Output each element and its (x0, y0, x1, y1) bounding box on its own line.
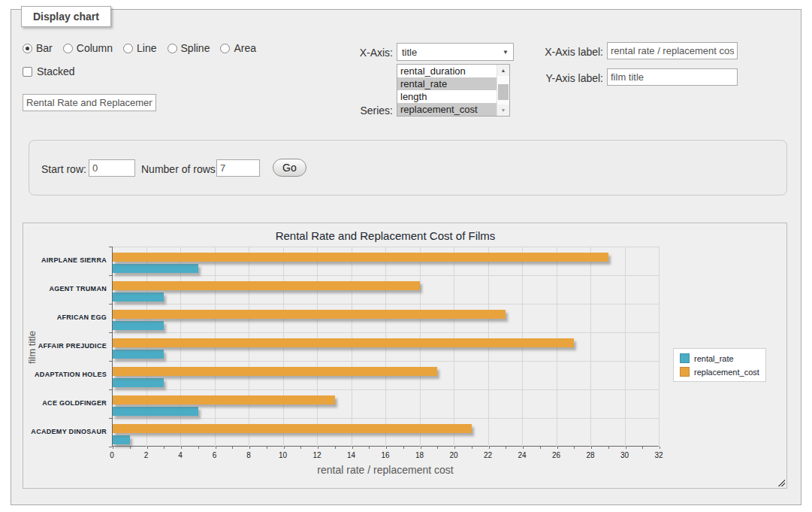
radio-area[interactable]: Area (220, 42, 256, 54)
radio-label: Spline (181, 42, 210, 54)
x-axis-tick (147, 447, 148, 449)
bar-rental_rate (113, 407, 198, 416)
series-option-length[interactable]: length (397, 90, 497, 103)
x-axis-tick (540, 447, 541, 449)
x-axis-tick (557, 447, 558, 449)
radio-spline[interactable]: Spline (168, 42, 210, 54)
x-axis-tick (335, 447, 336, 449)
bar-replacement_cost (113, 424, 472, 433)
x-axis-tick (130, 447, 131, 449)
category-label: AFRICAN EGG (57, 314, 107, 321)
gridline-vertical (659, 247, 660, 447)
series-scrollbar[interactable]: ▲ ▼ (497, 65, 509, 116)
go-button[interactable]: Go (273, 159, 306, 177)
chart-title-input[interactable] (23, 94, 156, 111)
series-option-replacement_cost[interactable]: replacement_cost (397, 103, 497, 116)
radio-bar[interactable]: Bar (23, 42, 53, 54)
x-axis-tick (626, 447, 626, 449)
x-tick-label: 8 (246, 451, 251, 459)
bar-replacement_cost (113, 395, 335, 404)
y-axis-tick (109, 247, 112, 247)
chart-x-axis-title: rental rate / replacement cost (112, 464, 659, 476)
bar-replacement_cost (113, 310, 506, 319)
y-axis-tick (109, 418, 112, 419)
x-tick-label: 26 (552, 451, 560, 459)
start-row-input[interactable] (89, 159, 135, 177)
scroll-up-button[interactable]: ▲ (497, 65, 509, 76)
x-axis-tick (249, 447, 250, 449)
number-of-rows-label: Number of rows: (141, 163, 219, 175)
chart-container: Rental Rate and Replacement Cost of Film… (23, 223, 787, 489)
series-option-rental_duration[interactable]: rental_duration (397, 65, 497, 77)
x-axis-tick (386, 447, 387, 449)
x-axis-tick (113, 447, 113, 449)
x-tick-label: 2 (144, 451, 149, 459)
bar-replacement_cost (113, 281, 420, 290)
x-axis-tick (506, 447, 506, 449)
legend-entry-rental_rate: rental_rate (680, 353, 759, 363)
y-axis-tick (109, 389, 112, 390)
category-label: ADAPTATION HOLES (35, 371, 107, 378)
radio-label: Area (234, 42, 256, 54)
bar-replacement_cost (113, 253, 608, 262)
x-axis-tick (300, 447, 301, 449)
gridline-horizontal (113, 247, 660, 247)
x-tick-label: 0 (110, 451, 114, 459)
radio-line[interactable]: Line (123, 42, 156, 54)
x-axis-tick (352, 447, 353, 449)
x-tick-label: 6 (213, 451, 217, 459)
arrow-up-icon: ▲ (501, 68, 506, 73)
radio-button[interactable] (220, 44, 230, 53)
x-axis-tick (284, 447, 285, 449)
x-tick-label: 22 (484, 451, 492, 459)
radio-label: Bar (36, 42, 53, 54)
x-axis-tick (523, 447, 524, 449)
arrow-down-icon: ▼ (501, 108, 506, 113)
y-axis-tick (109, 275, 112, 276)
radio-label: Column (77, 42, 113, 54)
x-axis-tick (198, 447, 199, 449)
x-axis-selected-value: title (402, 47, 417, 58)
radio-button[interactable] (168, 44, 177, 53)
bar-rental_rate (113, 292, 164, 301)
y-axis-label-input[interactable] (607, 68, 738, 86)
radio-button[interactable] (63, 44, 73, 53)
chart-title: Rental Rate and Replacement Cost of Film… (112, 229, 659, 242)
chevron-down-icon: ▼ (503, 49, 509, 56)
scrollbar-thumb[interactable] (498, 84, 509, 100)
scroll-down-button[interactable]: ▼ (497, 105, 509, 116)
x-axis-tick (454, 447, 455, 449)
gridline-horizontal (113, 275, 660, 276)
x-axis-tick (403, 447, 404, 449)
scrollbar-track[interactable] (497, 76, 509, 105)
radio-button[interactable] (23, 44, 32, 53)
radio-button[interactable] (123, 44, 133, 53)
series-listbox-label: Series: (348, 105, 393, 117)
x-tick-label: 10 (279, 451, 287, 459)
category-label: AIRPLANE SIERRA (41, 256, 107, 264)
stacked-checkbox[interactable] (23, 67, 32, 77)
series-option-rental_rate[interactable]: rental_rate (397, 77, 497, 90)
x-tick-label: 12 (312, 451, 321, 459)
y-axis-tick (109, 447, 112, 447)
stacked-checkbox-row[interactable]: Stacked (23, 65, 75, 77)
x-tick-label: 30 (620, 451, 629, 459)
x-axis-label-input[interactable] (607, 42, 738, 59)
bar-rental_rate (113, 435, 130, 444)
radio-column[interactable]: Column (63, 42, 113, 54)
x-axis-tick (164, 447, 165, 449)
category-label: AGENT TRUMAN (49, 285, 107, 292)
x-axis-tick (421, 447, 421, 449)
bar-rental_rate (113, 378, 164, 387)
x-axis-tick (267, 447, 267, 449)
x-tick-label: 18 (415, 451, 424, 459)
series-options: rental_durationrental_ratelengthreplacem… (397, 65, 497, 116)
resize-grip-icon[interactable] (777, 478, 785, 486)
legend-entry-replacement_cost: replacement_cost (680, 367, 759, 377)
number-of-rows-input[interactable] (216, 159, 260, 177)
x-tick-label: 14 (347, 451, 355, 459)
category-label: ACADEMY DINOSAUR (31, 428, 107, 435)
x-tick-label: 28 (586, 451, 594, 459)
series-listbox[interactable]: rental_durationrental_ratelengthreplacem… (397, 64, 510, 117)
x-axis-select[interactable]: title ▼ (397, 43, 514, 61)
